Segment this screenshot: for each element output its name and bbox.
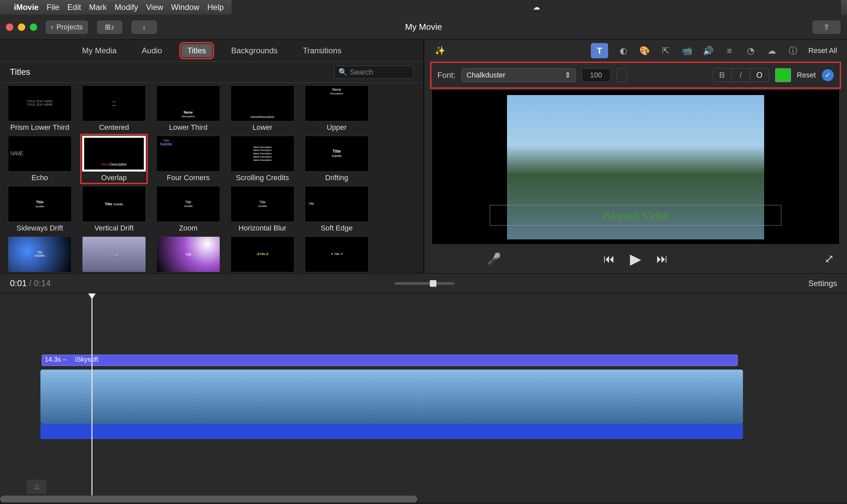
share-icon: ⇧ bbox=[824, 23, 829, 32]
speed-icon[interactable]: ◔ bbox=[745, 45, 757, 57]
timeline-settings-button[interactable]: Settings bbox=[808, 279, 837, 288]
stabilize-icon[interactable]: 📹 bbox=[681, 45, 693, 57]
zoom-slider[interactable] bbox=[395, 282, 454, 285]
share-button[interactable]: ⇧ bbox=[812, 20, 841, 34]
info-icon[interactable]: ⓘ bbox=[787, 45, 799, 57]
title-tile[interactable]: Title bbox=[156, 236, 220, 272]
search-icon: 🔍 bbox=[338, 68, 347, 76]
title-tile[interactable]: NameDescriptionUpper bbox=[305, 86, 369, 132]
prev-frame-icon[interactable]: ⏮ bbox=[603, 252, 615, 265]
font-select[interactable]: Chalkduster ⇕ bbox=[462, 68, 576, 82]
text-tool-icon[interactable]: T bbox=[591, 43, 608, 58]
timeline-audio-waveform[interactable] bbox=[40, 424, 743, 439]
tab-titles[interactable]: Titles bbox=[181, 44, 212, 57]
color-correct-icon[interactable]: 🎨 bbox=[639, 45, 651, 57]
title-tile[interactable]: Title SubtitleVertical Drift bbox=[82, 186, 146, 232]
color-swatch[interactable] bbox=[775, 68, 791, 82]
font-name: Chalkduster bbox=[466, 71, 505, 79]
tab-audio[interactable]: Audio bbox=[136, 44, 168, 57]
tab-my-media[interactable]: My Media bbox=[76, 44, 123, 57]
menu-mark[interactable]: Mark bbox=[89, 3, 107, 12]
title-tile[interactable]: Name/DescriptionLower bbox=[231, 86, 294, 132]
inspector-toolbar: ✨ T ◐ 🎨 ⇱ 📹 🔊 ≡ ◔ ☁ ⓘ Reset All bbox=[424, 40, 847, 61]
title-tile[interactable]: TitleSubtitleDrifting bbox=[305, 136, 369, 182]
color-balance-icon[interactable]: ◐ bbox=[617, 45, 629, 57]
projects-button[interactable]: ‹ Projects bbox=[45, 20, 88, 34]
tab-transitions[interactable]: Transitions bbox=[297, 44, 347, 57]
filter-icon[interactable]: ☁ bbox=[766, 45, 778, 57]
apply-check-icon[interactable]: ✓ bbox=[822, 69, 834, 81]
title-tile[interactable]: TitleSubtitleHorizontal Blur bbox=[231, 186, 294, 232]
bold-button[interactable]: B bbox=[713, 69, 732, 82]
music-icon: ♫ bbox=[34, 482, 39, 491]
title-tile[interactable]: TitleSoft Edge bbox=[305, 186, 369, 232]
inspector-panel: ✨ T ◐ 🎨 ⇱ 📹 🔊 ≡ ◔ ☁ ⓘ Reset All Font: Ch… bbox=[424, 40, 847, 273]
title-text-overlay[interactable]: iSkysoft Video bbox=[602, 210, 669, 222]
playhead-time: 0:01 / 0:14 bbox=[10, 278, 51, 288]
next-frame-icon[interactable]: ⏭ bbox=[656, 252, 668, 265]
music-well[interactable]: ♫ bbox=[27, 480, 47, 494]
title-tile[interactable]: TITLE bbox=[82, 236, 146, 272]
menu-view[interactable]: View bbox=[146, 3, 163, 12]
title-tile[interactable]: NAMEEcho bbox=[8, 136, 72, 182]
auto-enhance-icon[interactable]: ✨ bbox=[434, 45, 446, 57]
title-tile[interactable]: TitleSubtitleZoom bbox=[156, 186, 220, 232]
italic-button[interactable]: I bbox=[732, 69, 750, 82]
fullscreen-icon[interactable]: ⤢ bbox=[825, 252, 834, 265]
document-title: My Movie bbox=[405, 22, 442, 32]
projects-label: Projects bbox=[56, 23, 83, 32]
title-tile[interactable]: ——Centered bbox=[82, 86, 146, 132]
search-input[interactable]: 🔍 Search bbox=[334, 66, 413, 79]
window-traffic-lights bbox=[6, 23, 37, 31]
timeline-video-clip[interactable] bbox=[40, 370, 743, 424]
section-title: Titles bbox=[10, 67, 30, 77]
zoom-knob[interactable] bbox=[430, 280, 437, 287]
title-tile[interactable]: Name DescriptionName DescriptionName Des… bbox=[231, 136, 294, 182]
size-stepper[interactable] bbox=[617, 68, 627, 82]
play-icon[interactable]: ▶ bbox=[630, 250, 641, 267]
titles-grid: TITLE TEXT HERETITLE TEXT HEREPrism Lowe… bbox=[0, 83, 423, 273]
outline-button[interactable]: O bbox=[750, 69, 769, 82]
close-window-icon[interactable] bbox=[6, 23, 13, 31]
title-clip-duration: 14.3s – bbox=[45, 356, 67, 365]
title-tile[interactable]: TitleSubtitleSideways Drift bbox=[8, 186, 72, 232]
title-tile[interactable]: TitleSubtitle bbox=[8, 236, 72, 272]
title-clip-text: iSkysoft bbox=[75, 356, 99, 365]
menu-help[interactable]: Help bbox=[208, 3, 224, 12]
timeline[interactable]: 14.3s – iSkysoft ♫ bbox=[0, 293, 847, 503]
volume-icon[interactable]: 🔊 bbox=[702, 45, 714, 57]
import-button[interactable]: ↓ bbox=[131, 20, 157, 34]
title-tile[interactable]: TitleSubtitleFour Corners bbox=[156, 136, 220, 182]
playhead[interactable] bbox=[91, 293, 92, 503]
media-browser: My Media Audio Titles Backgrounds Transi… bbox=[0, 40, 424, 273]
app-menu[interactable]: iMovie bbox=[14, 3, 39, 12]
library-view-button[interactable]: ⊞♪ bbox=[96, 20, 123, 34]
microphone-icon[interactable]: 🎤 bbox=[487, 252, 501, 265]
title-tile[interactable]: ✨Title✨ bbox=[231, 236, 294, 272]
title-tile[interactable]: TITLE TEXT HERETITLE TEXT HEREPrism Lowe… bbox=[8, 86, 72, 132]
tab-backgrounds[interactable]: Backgrounds bbox=[225, 44, 284, 57]
fullscreen-window-icon[interactable] bbox=[30, 23, 37, 31]
menu-file[interactable]: File bbox=[47, 3, 60, 12]
font-size-field[interactable]: 100 bbox=[582, 68, 611, 82]
font-bar: Font: Chalkduster ⇕ 100 B I O Reset ✓ bbox=[432, 64, 839, 87]
equalizer-icon[interactable]: ≡ bbox=[723, 45, 735, 57]
browser-tabs: My Media Audio Titles Backgrounds Transi… bbox=[0, 40, 423, 61]
title-tile[interactable]: ✦ Title ✦ bbox=[305, 236, 369, 272]
search-placeholder: Search bbox=[350, 68, 373, 76]
menu-window[interactable]: Window bbox=[171, 3, 199, 12]
title-tile[interactable]: NameDescriptionLower Third bbox=[156, 86, 220, 132]
reset-all-button[interactable]: Reset All bbox=[808, 47, 837, 55]
menu-edit[interactable]: Edit bbox=[67, 3, 81, 12]
text-style-segments: B I O bbox=[713, 68, 769, 82]
font-label: Font: bbox=[437, 71, 456, 80]
crop-icon[interactable]: ⇱ bbox=[660, 45, 672, 57]
horizontal-scrollbar[interactable] bbox=[0, 496, 418, 503]
cloud-icon[interactable]: ☁ bbox=[533, 3, 540, 12]
timeline-title-clip[interactable]: 14.3s – iSkysoft bbox=[42, 355, 738, 366]
reset-button[interactable]: Reset bbox=[797, 71, 816, 79]
minimize-window-icon[interactable] bbox=[18, 23, 25, 31]
chevron-updown-icon: ⇕ bbox=[565, 71, 571, 79]
menu-modify[interactable]: Modify bbox=[114, 3, 138, 12]
title-tile-overlap[interactable]: NameDescriptionOverlap bbox=[82, 136, 146, 182]
